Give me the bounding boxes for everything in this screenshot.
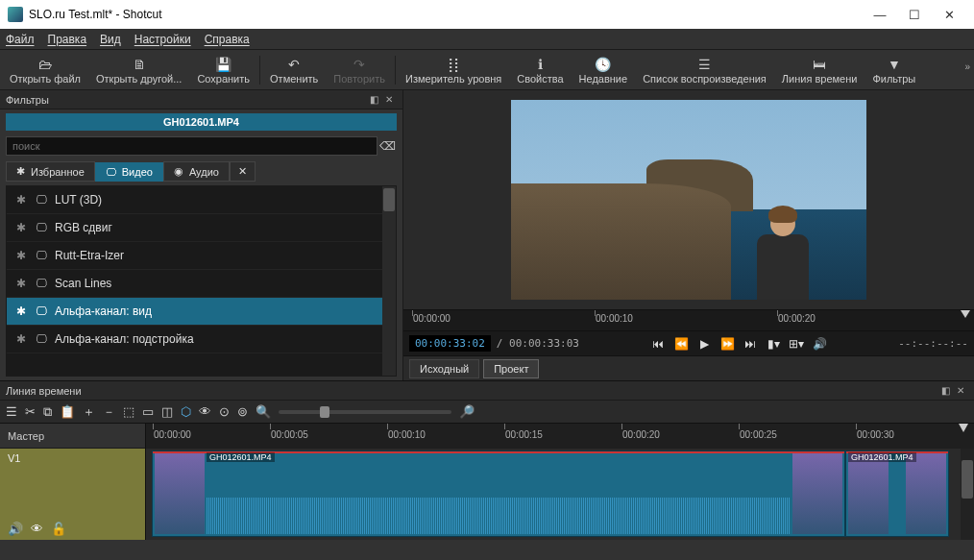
- filters-button[interactable]: ▼Фильтры: [864, 51, 923, 89]
- menu-settings[interactable]: Настройки: [134, 33, 191, 46]
- play-button[interactable]: ▶: [695, 337, 713, 351]
- timeline-toolbar: ☰ ✂ ⧉ 📋 ＋ － ⬚ ▭ ◫ ⬡ 👁 ⊙ ⊚ 🔍 🔎: [0, 401, 974, 424]
- timeline-ruler[interactable]: 00:00:00 00:00:05 00:00:10 00:00:15 00:0…: [146, 424, 974, 449]
- filters-panel: Фильтры ◧ ✕ GH012601.MP4 ⌫ ✱Избранное 🖵В…: [0, 90, 403, 380]
- rewind-button[interactable]: ⏪: [672, 337, 690, 351]
- window-close-button[interactable]: [932, 8, 966, 22]
- paste-button[interactable]: 📋: [60, 404, 75, 419]
- current-timecode[interactable]: 00:00:33:02: [409, 335, 491, 352]
- info-icon: ℹ: [538, 56, 543, 73]
- timeline-playhead-icon[interactable]: [959, 424, 968, 432]
- zoom-in-button[interactable]: 🔎: [459, 404, 475, 419]
- overwrite-button[interactable]: ▭: [142, 404, 154, 419]
- main-toolbar: 🗁Открыть файл 🗎Открыть другой... 💾Сохран…: [0, 50, 974, 90]
- open-file-button[interactable]: 🗁Открыть файл: [2, 51, 88, 89]
- lift-button[interactable]: ⬚: [123, 404, 134, 419]
- player-ruler[interactable]: 00:00:00 00:00:10 00:00:20: [403, 309, 974, 330]
- close-filter-picker-button[interactable]: ✕: [230, 161, 256, 182]
- skip-start-button[interactable]: ⏮: [649, 337, 667, 351]
- inpoint-timecode: --:--:--:--: [898, 337, 968, 350]
- timeline-button[interactable]: 🛏Линия времени: [774, 51, 865, 89]
- tab-video[interactable]: 🖵Видео: [95, 162, 163, 182]
- mute-icon[interactable]: 🔊: [8, 522, 23, 536]
- split-button[interactable]: ◫: [161, 404, 173, 419]
- filter-list: ✱🖵LUT (3D) ✱🖵RGB сдвиг ✱🖵Rutt-Etra-Izer …: [7, 186, 382, 376]
- video-viewer[interactable]: [403, 90, 974, 309]
- zoom-out-button[interactable]: 🔍: [256, 404, 271, 419]
- remove-button[interactable]: －: [103, 403, 115, 421]
- scrub-button[interactable]: 👁: [199, 404, 211, 419]
- open-other-button[interactable]: 🗎Открыть другой...: [88, 51, 189, 89]
- save-button[interactable]: 💾Сохранить: [189, 51, 257, 89]
- timeline-clip[interactable]: GH012601.MP4: [152, 450, 845, 537]
- snap-button[interactable]: ⬡: [181, 404, 191, 419]
- ripple-button[interactable]: ⊙: [219, 404, 230, 419]
- menu-view[interactable]: Вид: [100, 33, 121, 46]
- clear-search-button[interactable]: ⌫: [377, 139, 397, 153]
- ruler-tick: 00:00:05: [271, 429, 308, 440]
- filter-item[interactable]: ✱🖵Альфа-канал: вид: [7, 298, 382, 326]
- menu-file[interactable]: Файл: [6, 33, 35, 46]
- window-title: SLO.ru Test.mlt* - Shotcut: [29, 8, 863, 21]
- menu-edit[interactable]: Правка: [48, 33, 87, 46]
- hide-icon[interactable]: 👁: [31, 522, 43, 536]
- zoom-slider[interactable]: [279, 410, 451, 414]
- tab-fav-label: Избранное: [31, 166, 85, 178]
- project-tab[interactable]: Проект: [483, 359, 539, 378]
- skip-end-button[interactable]: ⏭: [742, 337, 759, 351]
- playlist-button[interactable]: ☰Список воспроизведения: [635, 51, 774, 89]
- scrollbar-thumb[interactable]: [383, 188, 395, 211]
- monitor-icon: 🖵: [106, 166, 116, 178]
- tab-favorites[interactable]: ✱Избранное: [6, 161, 95, 182]
- toolbar-overflow-icon[interactable]: »: [964, 61, 970, 72]
- panel-close-button[interactable]: ✕: [953, 385, 968, 396]
- recent-button[interactable]: 🕓Недавние: [572, 51, 636, 89]
- volume-button[interactable]: 🔊: [811, 337, 828, 351]
- undo-button[interactable]: ↶Отменить: [262, 51, 326, 89]
- menubar: Файл Правка Вид Настройки Справка: [0, 29, 974, 50]
- grid-menu-button[interactable]: ⊞▾: [788, 337, 805, 351]
- timeline-tracks-area[interactable]: 00:00:00 00:00:05 00:00:10 00:00:15 00:0…: [146, 424, 974, 540]
- scrollbar-thumb[interactable]: [962, 460, 973, 499]
- playhead-marker-icon[interactable]: [961, 310, 970, 318]
- filter-item[interactable]: ✱🖵Scan Lines: [7, 270, 382, 298]
- playlist-label: Список воспроизведения: [643, 73, 767, 85]
- transport-bar: 00:00:33:02 / 00:00:33:03 ⏮ ⏪ ▶ ⏩ ⏭ ▮▾ ⊞…: [403, 330, 974, 355]
- tab-audio[interactable]: ◉Аудио: [163, 161, 230, 182]
- panel-close-button[interactable]: ✕: [381, 94, 397, 105]
- properties-button[interactable]: ℹСвойства: [509, 51, 571, 89]
- redo-button[interactable]: ↷Повторить: [326, 51, 393, 89]
- window-minimize-button[interactable]: [863, 8, 897, 22]
- ripple-all-button[interactable]: ⊚: [237, 404, 248, 419]
- filter-label: Альфа-канал: вид: [55, 304, 152, 318]
- timeline-clip[interactable]: GH012601.MP4: [845, 450, 949, 537]
- timeline-vscrollbar[interactable]: [961, 449, 974, 540]
- slider-thumb[interactable]: [320, 406, 329, 418]
- panel-float-button[interactable]: ◧: [366, 94, 381, 105]
- titlebar: SLO.ru Test.mlt* - Shotcut: [0, 0, 974, 29]
- star-icon: ✱: [16, 304, 28, 318]
- peak-meter-button[interactable]: ⢸⡇Измеритель уровня: [398, 51, 509, 89]
- filter-item[interactable]: ✱🖵Rutt-Etra-Izer: [7, 242, 382, 270]
- source-tab[interactable]: Исходный: [409, 359, 479, 378]
- ruler-tick: 00:00:00: [413, 313, 450, 324]
- monitor-icon: 🖵: [36, 249, 47, 262]
- timeline-menu-button[interactable]: ☰: [6, 404, 17, 419]
- master-track-header[interactable]: Мастер: [0, 424, 145, 449]
- filter-item[interactable]: ✱🖵Альфа-канал: подстройка: [7, 326, 382, 353]
- lock-icon[interactable]: 🔓: [51, 522, 66, 536]
- zoom-menu-button[interactable]: ▮▾: [765, 337, 782, 351]
- filter-item[interactable]: ✱🖵RGB сдвиг: [7, 214, 382, 242]
- filter-search-input[interactable]: [6, 136, 377, 156]
- window-maximize-button[interactable]: [897, 8, 932, 22]
- filter-list-scrollbar[interactable]: [382, 186, 396, 376]
- forward-button[interactable]: ⏩: [718, 337, 736, 351]
- panel-float-button[interactable]: ◧: [937, 385, 953, 396]
- menu-help[interactable]: Справка: [205, 33, 250, 46]
- cut-button[interactable]: ✂: [25, 404, 36, 419]
- track-header-v1[interactable]: V1 🔊 👁 🔓: [0, 449, 145, 540]
- meter-icon: ⢸⡇: [444, 56, 463, 73]
- append-button[interactable]: ＋: [83, 403, 95, 421]
- copy-button[interactable]: ⧉: [43, 404, 52, 420]
- filter-item[interactable]: ✱🖵LUT (3D): [7, 186, 382, 214]
